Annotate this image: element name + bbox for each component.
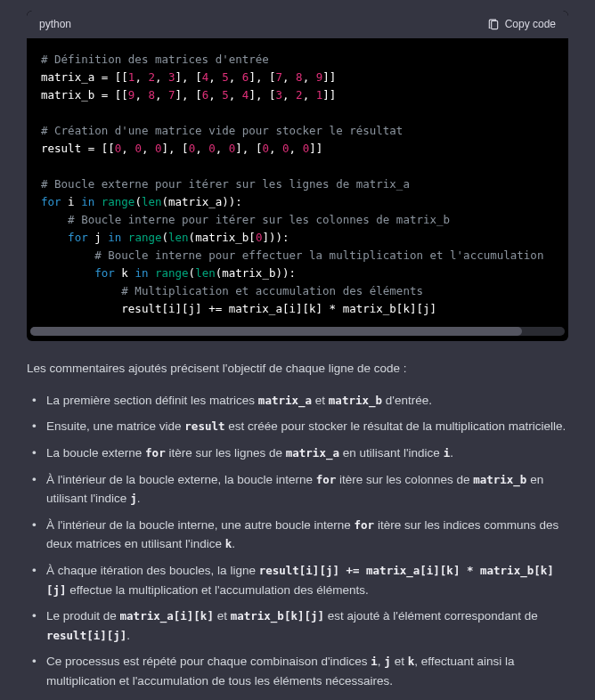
- explanation-list: La première section définit les matrices…: [34, 391, 568, 700]
- list-item: Ensuite, une matrice vide result est cré…: [34, 417, 568, 436]
- copy-code-label: Copy code: [505, 16, 556, 33]
- scrollbar-thumb[interactable]: [30, 327, 522, 336]
- svg-rect-0: [491, 20, 497, 28]
- list-item: La boucle externe for itère sur les lign…: [34, 444, 568, 463]
- code-block: python Copy code # Définition des matric…: [27, 11, 568, 341]
- list-item: À l'intérieur de la boucle externe, la b…: [34, 470, 568, 509]
- clipboard-icon: [487, 19, 500, 31]
- copy-code-button[interactable]: Copy code: [487, 16, 556, 33]
- explanation-intro: Les commentaires ajoutés précisent l'obj…: [27, 359, 568, 378]
- horizontal-scrollbar[interactable]: [30, 327, 565, 336]
- list-item: Le produit de matrix_a[i][k] et matrix_b…: [34, 606, 568, 645]
- list-item: Ce processus est répété pour chaque comb…: [34, 652, 568, 690]
- list-item: À chaque itération des boucles, la ligne…: [34, 561, 568, 599]
- code-lang-label: python: [39, 16, 71, 33]
- code-content[interactable]: # Définition des matrices d'entrée matri…: [27, 38, 568, 327]
- list-item: La première section définit les matrices…: [34, 391, 568, 411]
- list-item: À l'intérieur de la boucle interne, une …: [34, 516, 568, 554]
- code-header: python Copy code: [27, 11, 568, 38]
